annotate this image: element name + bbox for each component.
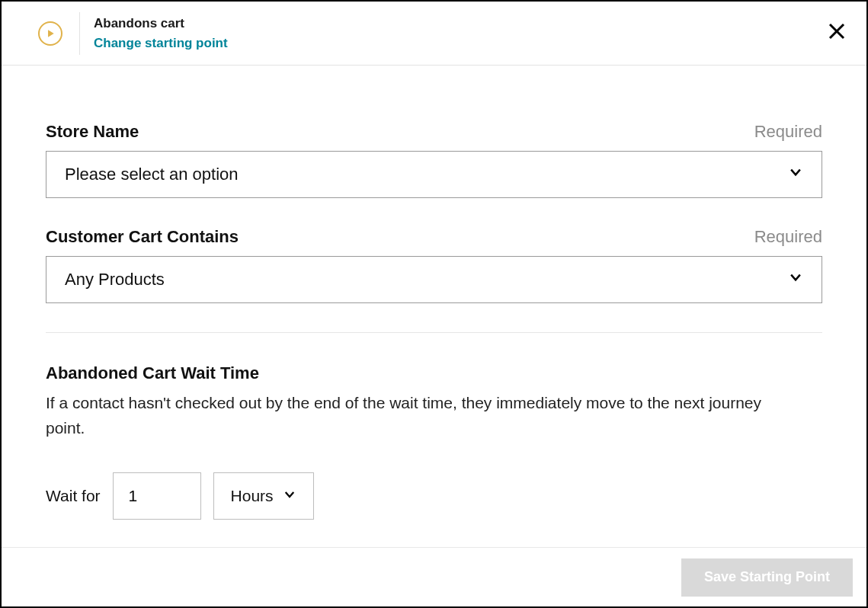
panel-header: Abandons cart Change starting point bbox=[2, 2, 866, 66]
cart-contains-select-value: Any Products bbox=[65, 270, 165, 290]
panel-title: Abandons cart bbox=[94, 16, 228, 31]
close-button[interactable] bbox=[824, 18, 850, 44]
chevron-down-icon bbox=[283, 487, 296, 505]
change-starting-point-link[interactable]: Change starting point bbox=[94, 36, 228, 51]
svg-marker-0 bbox=[48, 30, 54, 37]
store-name-select[interactable]: Please select an option bbox=[46, 151, 822, 198]
store-name-required: Required bbox=[754, 122, 822, 142]
cart-contains-label: Customer Cart Contains bbox=[46, 227, 239, 247]
store-name-field: Store Name Required Please select an opt… bbox=[46, 122, 822, 198]
cart-contains-required: Required bbox=[754, 227, 822, 247]
panel-body: Store Name Required Please select an opt… bbox=[2, 67, 866, 547]
chevron-down-icon bbox=[788, 270, 803, 290]
header-divider bbox=[79, 12, 80, 55]
save-starting-point-button[interactable]: Save Starting Point bbox=[681, 558, 853, 597]
wait-for-label: Wait for bbox=[46, 487, 101, 505]
wait-section-title: Abandoned Cart Wait Time bbox=[46, 363, 822, 383]
section-divider bbox=[46, 332, 822, 333]
cart-contains-select[interactable]: Any Products bbox=[46, 256, 822, 303]
starting-point-play-icon bbox=[38, 21, 62, 46]
store-name-label: Store Name bbox=[46, 122, 139, 142]
panel-footer: Save Starting Point bbox=[2, 547, 866, 606]
wait-value-input[interactable] bbox=[113, 472, 201, 520]
wait-unit-value: Hours bbox=[231, 487, 274, 505]
close-icon bbox=[828, 22, 846, 40]
cart-contains-field: Customer Cart Contains Required Any Prod… bbox=[46, 227, 822, 303]
wait-row: Wait for Hours bbox=[46, 472, 822, 520]
wait-section-description: If a contact hasn't checked out by the e… bbox=[46, 391, 793, 440]
store-name-select-value: Please select an option bbox=[65, 165, 239, 184]
chevron-down-icon bbox=[788, 165, 803, 184]
wait-unit-select[interactable]: Hours bbox=[213, 472, 314, 520]
